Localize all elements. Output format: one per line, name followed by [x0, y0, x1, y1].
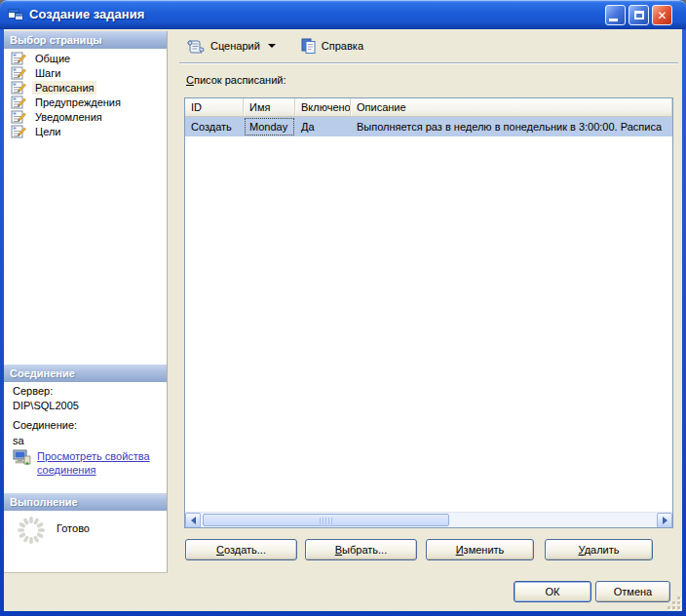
close-button[interactable]: ✕: [652, 5, 672, 25]
sidebar-item-targets[interactable]: Цели: [4, 124, 167, 138]
script-scroll-icon: [186, 37, 206, 55]
toolbar-separator: [179, 62, 678, 63]
script-button[interactable]: Сценарий: [183, 35, 279, 57]
dialog-footer: ОК Отмена: [4, 573, 682, 611]
schedule-list[interactable]: ID Имя Включено Описание Создать Monday …: [184, 97, 673, 528]
link-label: Просмотреть свойства соединения: [37, 449, 160, 477]
minimize-button[interactable]: [605, 5, 626, 25]
connection-properties-icon: [13, 449, 32, 466]
connection-header: Соединение: [4, 365, 167, 382]
script-button-label: Сценарий: [210, 40, 260, 52]
server-value: DIP\SQL2005: [13, 400, 79, 411]
create-job-dialog: Создание задания ✕ Выбор страницы: [0, 0, 686, 616]
form-window-icon: [8, 7, 23, 22]
resize-grip[interactable]: [667, 596, 680, 609]
connection-value: sa: [13, 435, 24, 446]
progress-header: Выполнение: [4, 493, 167, 511]
progress-row: Готово: [16, 515, 90, 546]
help-doc-icon: [299, 37, 317, 55]
column-header-enabled[interactable]: Включено: [295, 98, 351, 116]
column-header-description[interactable]: Описание: [351, 98, 672, 116]
scrollbar-thumb[interactable]: [203, 514, 449, 526]
connection-label: Соединение:: [13, 419, 77, 431]
sidebar-item-general[interactable]: Общие: [4, 51, 167, 65]
cancel-button[interactable]: Отмена: [595, 581, 670, 602]
delete-schedule-button[interactable]: Удалить: [545, 539, 653, 560]
cell-description: Выполняется раз в неделю в понедельник в…: [351, 117, 672, 136]
page-pencil-icon: [11, 110, 26, 124]
schedule-list-label: Список расписаний:: [186, 74, 286, 86]
page-select-header: Выбор страницы: [4, 31, 167, 49]
edit-schedule-button[interactable]: Изменить: [426, 539, 534, 560]
table-row[interactable]: Создать Monday Да Выполняется раз в неде…: [185, 117, 672, 136]
scroll-left-button[interactable]: [185, 513, 201, 528]
sidebar-item-label: Цели: [32, 125, 63, 138]
minimize-icon: [609, 19, 618, 21]
scroll-left-icon: [191, 517, 196, 524]
cell-id: Создать: [185, 117, 244, 136]
column-header-id[interactable]: ID: [185, 98, 244, 116]
progress-status: Готово: [57, 522, 90, 534]
view-connection-properties-link[interactable]: Просмотреть свойства соединения: [13, 449, 160, 477]
sidebar-item-label: Уведомления: [32, 110, 105, 124]
sidebar-item-label: Предупреждения: [32, 96, 124, 109]
pick-schedule-button[interactable]: Выбрать...: [305, 539, 417, 560]
toolbar: Сценарий Справка: [183, 34, 366, 58]
sidebar-item-alerts[interactable]: Предупреждения: [4, 95, 167, 109]
cell-enabled: Да: [295, 117, 351, 136]
cell-name: Monday: [244, 117, 295, 136]
page-pencil-icon: [11, 81, 26, 95]
page-pencil-icon: [11, 96, 26, 109]
dialog-body: Выбор страницы Общие: [4, 29, 682, 611]
progress-spinner-icon: [16, 515, 47, 546]
scroll-right-button[interactable]: [657, 513, 672, 528]
help-button-label: Справка: [322, 40, 363, 52]
sidebar-item-label: Шаги: [32, 66, 63, 80]
sidebar-item-label: Общие: [32, 52, 73, 65]
server-label: Сервер:: [13, 385, 53, 397]
list-header: ID Имя Включено Описание: [185, 98, 672, 117]
maximize-button[interactable]: [629, 5, 649, 25]
create-schedule-button[interactable]: Создать...: [185, 539, 297, 560]
sidebar-item-steps[interactable]: Шаги: [4, 65, 167, 80]
scroll-right-icon: [663, 517, 667, 524]
column-header-name[interactable]: Имя: [244, 98, 295, 116]
sidebar: Выбор страницы Общие: [4, 31, 168, 573]
sidebar-item-schedules[interactable]: Расписания: [4, 80, 167, 95]
titlebar[interactable]: Создание задания ✕: [0, 0, 686, 29]
chevron-down-icon: [268, 44, 276, 48]
window-title: Создание задания: [29, 7, 144, 21]
maximize-icon: [634, 11, 644, 19]
page-pencil-icon: [11, 66, 26, 80]
horizontal-scrollbar[interactable]: [185, 512, 672, 527]
close-icon: ✕: [657, 10, 667, 21]
help-button[interactable]: Справка: [296, 35, 366, 57]
page-pencil-icon: [11, 52, 26, 65]
sidebar-item-notifications[interactable]: Уведомления: [4, 109, 167, 124]
content-pane: Сценарий Справка Список расписаний:: [177, 29, 682, 573]
sidebar-item-label: Расписания: [32, 81, 96, 95]
page-list: Общие Шаги: [4, 51, 167, 138]
ok-button[interactable]: ОК: [514, 581, 591, 602]
page-pencil-icon: [11, 125, 26, 138]
